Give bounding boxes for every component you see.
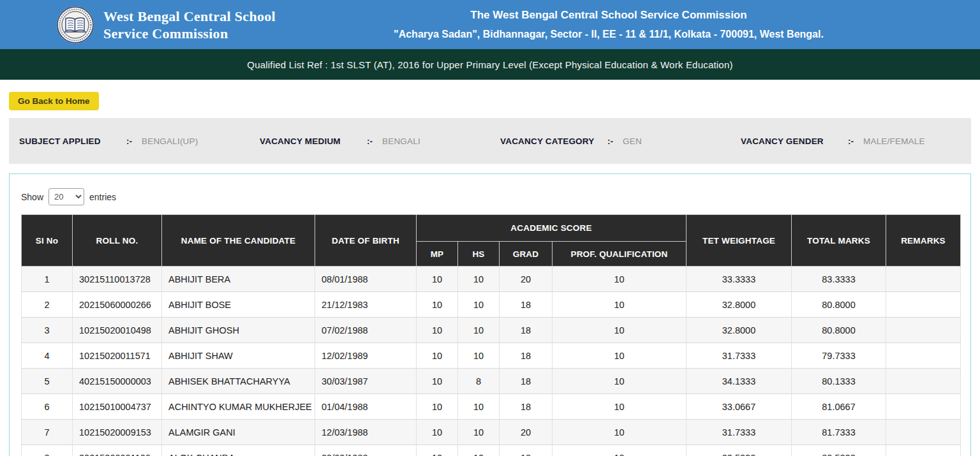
table-row: 310215020010498ABHIJIT GHOSH07/02/198810… [22,318,961,343]
cell-hs: 10 [458,267,500,292]
cell-mp: 10 [417,369,458,394]
filter-value: GEN [623,136,642,146]
header-tet-weightage: TET WEIGHTAGE [687,215,792,267]
table-row: 130215110013728ABHIJIT BERA08/01/1988101… [22,267,961,292]
cell-hs: 10 [458,394,500,420]
cell-grad: 18 [500,445,553,456]
cell-dob: 12/03/1988 [315,420,417,445]
qualified-list-ref-text: Qualified List Ref : 1st SLST (AT), 2016… [247,59,732,70]
cell-hs: 8 [458,369,500,394]
cell-tet-weightage: 31.7333 [687,343,792,369]
cell-total-marks: 81.7333 [792,420,886,445]
results-panel: Show 20 entries Sl No ROLL NO. NAME OF T… [9,173,971,456]
cell-tet-weightage: 33.3333 [687,267,792,292]
cell-grad: 20 [500,267,553,292]
header-roll-no: ROLL NO. [73,215,162,267]
table-row: 220215060000266ABHIJIT BOSE21/12/1983101… [22,292,961,318]
header-sl-no: Sl No [22,215,73,267]
cell-slno: 4 [22,343,73,369]
table-row: 820215200001106ALOK CHANDA29/03/19881010… [22,445,961,456]
cell-rollno: 10215020009153 [73,420,162,445]
cell-tet-weightage: 32.8000 [687,292,792,318]
open-book-emblem-icon [56,6,94,44]
cell-dob: 29/03/1988 [315,445,417,456]
filter-label: VACANCY MEDIUM [260,136,367,146]
cell-slno: 5 [22,369,73,394]
cell-remarks [886,420,961,445]
show-entries-prefix: Show [21,192,43,202]
cell-prof: 10 [553,420,687,445]
cell-name: ABHIJIT SHAW [162,343,315,369]
cell-total-marks: 79.7333 [792,343,886,369]
table-row: 710215020009153ALAMGIR GANI12/03/1988101… [22,420,961,445]
cell-prof: 10 [553,292,687,318]
cell-tet-weightage: 34.1333 [687,369,792,394]
cell-mp: 10 [417,445,458,456]
filter-label: VACANCY CATEGORY [500,136,607,146]
cell-total-marks: 80.8000 [792,318,886,343]
filter-subject-applied: SUBJECT APPLIED :- BENGALI(UP) [9,136,249,146]
cell-mp: 10 [417,292,458,318]
cell-name: ALOK CHANDA [162,445,315,456]
cell-name: ALAMGIR GANI [162,420,315,445]
filter-value: MALE/FEMALE [863,136,925,146]
cell-grad: 18 [500,343,553,369]
cell-rollno: 10215020010498 [73,318,162,343]
cell-tet-weightage: 32.5333 [687,445,792,456]
cell-name: ABHIJIT BOSE [162,292,315,318]
table-row: 540215150000003ABHISEK BHATTACHARYYA30/0… [22,369,961,394]
cell-rollno: 10215010004737 [73,394,162,420]
cell-hs: 10 [458,318,500,343]
vacancy-filter-bar: SUBJECT APPLIED :- BENGALI(UP) VACANCY M… [9,118,971,164]
filter-value: BENGALI [382,136,420,146]
cell-mp: 10 [417,394,458,420]
filter-label: SUBJECT APPLIED [19,136,126,146]
go-back-home-button[interactable]: Go Back to Home [9,92,99,110]
table-body: 130215110013728ABHIJIT BERA08/01/1988101… [22,267,961,456]
cell-grad: 20 [500,420,553,445]
commission-address: "Acharya Sadan", Bidhannagar, Sector - I… [276,27,942,41]
cell-name: ACHINTYO KUMAR MUKHERJEE [162,394,315,420]
cell-hs: 10 [458,420,500,445]
show-entries-suffix: entries [89,192,116,202]
cell-rollno: 30215110013728 [73,267,162,292]
header-mp: MP [417,242,458,267]
header-right-block: The West Bengal Central School Service C… [276,8,980,41]
filter-vacancy-gender: VACANCY GENDER :- MALE/FEMALE [731,136,971,146]
cell-slno: 3 [22,318,73,343]
org-name-line1: West Bengal Central School [103,8,276,25]
cell-prof: 10 [553,369,687,394]
filter-separator: :- [126,136,142,146]
header-grad: GRAD [500,242,553,267]
cell-tet-weightage: 32.8000 [687,318,792,343]
filter-separator: :- [607,136,623,146]
filter-vacancy-category: VACANCY CATEGORY :- GEN [490,136,731,146]
cell-dob: 07/02/1988 [315,318,417,343]
commission-title: The West Bengal Central School Service C… [276,8,942,22]
cell-rollno: 20215200001106 [73,445,162,456]
table-row: 610215010004737ACHINTYO KUMAR MUKHERJEE0… [22,394,961,420]
cell-slno: 8 [22,445,73,456]
cell-total-marks: 80.5333 [792,445,886,456]
org-name-line2: Service Commission [103,25,276,42]
org-name: West Bengal Central School Service Commi… [103,8,276,42]
cell-prof: 10 [553,394,687,420]
cell-dob: 01/04/1988 [315,394,417,420]
cell-name: ABHIJIT BERA [162,267,315,292]
header-hs: HS [458,242,500,267]
cell-slno: 7 [22,420,73,445]
table-row: 410215020011571ABHIJIT SHAW12/02/1989101… [22,343,961,369]
cell-tet-weightage: 33.0667 [687,394,792,420]
cell-remarks [886,445,961,456]
entries-per-page-select[interactable]: 20 [48,188,84,205]
cell-hs: 10 [458,445,500,456]
cell-remarks [886,369,961,394]
cell-total-marks: 83.3333 [792,267,886,292]
header-academic-score-group: ACADEMIC SCORE [417,215,687,242]
header-total-marks: TOTAL MARKS [792,215,886,267]
cell-name: ABHISEK BHATTACHARYYA [162,369,315,394]
cell-remarks [886,343,961,369]
cell-prof: 10 [553,343,687,369]
cell-slno: 1 [22,267,73,292]
cell-dob: 12/02/1989 [315,343,417,369]
